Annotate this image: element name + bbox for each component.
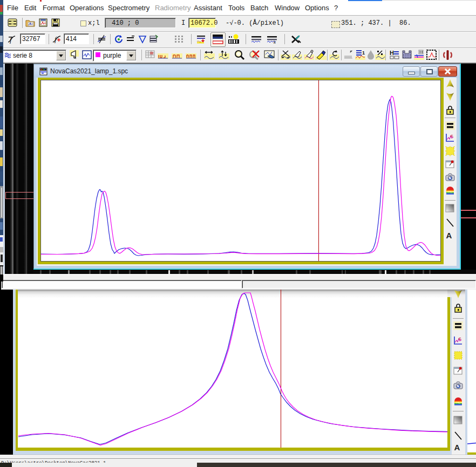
svg-text:c: c: [459, 336, 461, 341]
svg-text:1: 1: [362, 50, 365, 56]
svg-text:H: H: [390, 50, 394, 56]
svg-text:f: f: [55, 35, 58, 43]
svg-text:crayon: crayon: [447, 190, 455, 193]
svg-text:crayon: crayon: [455, 401, 463, 404]
svg-text:k: k: [274, 40, 276, 45]
svg-text:c: c: [451, 133, 453, 138]
